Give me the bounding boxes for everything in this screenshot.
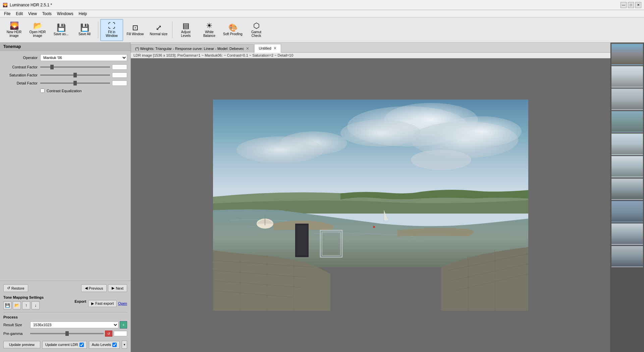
settings-extra-1[interactable]: ↑ [22, 301, 30, 309]
maximize-button[interactable]: □ [628, 2, 634, 8]
contrast-factor-value[interactable]: 0.10 [112, 64, 127, 70]
right-panel [610, 43, 644, 352]
pre-gamma-row: Pre-gamma ↺ 1.00 [3, 331, 127, 337]
thumbnail-4[interactable] [611, 111, 643, 132]
contrast-equalization-checkbox[interactable] [40, 89, 45, 93]
auto-levels-checkbox[interactable] [112, 343, 117, 347]
restore-prev-next-row: ↺ Restore ◀ Previous ▶ Next [3, 284, 127, 292]
left-panel: Tonemap Operator Mantiuk '06 Contrast Fa… [0, 43, 131, 352]
menu-edit[interactable]: Edit [13, 11, 25, 17]
normal-size-button[interactable]: ⤢ Normal size [147, 19, 170, 41]
thumbnail-6[interactable] [611, 156, 643, 177]
operator-select[interactable]: Mantiuk '06 [40, 54, 127, 61]
soft-proofing-icon: 🎨 [228, 24, 237, 32]
thumb-inner-6 [612, 156, 642, 177]
gamut-check-label: Gamut Check [247, 30, 266, 38]
tab-untitled[interactable]: Untitled ✕ [254, 44, 281, 53]
saturation-factor-label: Saturation Factor [3, 73, 40, 77]
app-title: Luminance HDR 2.5.1 * [10, 3, 52, 7]
options-dropdown-button[interactable]: ▼ [122, 341, 127, 349]
update-current-ldr-button[interactable]: Update current LDR [42, 341, 87, 349]
update-row: Update preview Update current LDR Auto L… [3, 339, 127, 349]
save-all-label: Save All [78, 32, 91, 36]
contrast-equalization-label: Contrast Equalization [47, 89, 82, 93]
thumbnail-1[interactable] [611, 43, 643, 65]
saturation-factor-slider[interactable] [40, 74, 110, 76]
operator-row: Operator Mantiuk '06 [3, 54, 127, 61]
detail-factor-slider[interactable] [40, 82, 110, 84]
auto-levels-button[interactable]: Auto Levels [89, 341, 120, 349]
load-settings-button[interactable]: 📂 [13, 301, 21, 309]
thumbnail-9[interactable] [611, 223, 643, 245]
result-size-row: Result Size 1536x1023 + [3, 321, 127, 329]
adjust-levels-button[interactable]: ▤ Adjust Levels [174, 19, 197, 41]
detail-factor-label: Detail Factor [3, 81, 40, 85]
menu-view[interactable]: View [25, 11, 40, 17]
save-as-icon: 💾 [57, 24, 66, 32]
thumbnail-5[interactable] [611, 133, 643, 155]
menu-windows[interactable]: Windows [54, 11, 76, 17]
update-preview-button[interactable]: Update preview [3, 341, 40, 348]
thumb-inner-3 [612, 89, 642, 109]
saturation-factor-value[interactable]: 2.00 [112, 72, 127, 78]
next-icon: ▶ [112, 286, 114, 290]
pre-gamma-value[interactable]: 1.00 [114, 331, 127, 336]
pre-gamma-undo-button[interactable]: ↺ [105, 331, 112, 337]
image-area[interactable] [131, 58, 610, 352]
main-image-display [213, 100, 528, 311]
menu-file[interactable]: File [1, 11, 13, 17]
detail-factor-value[interactable]: 10.0 [112, 80, 127, 86]
settings-extra-2[interactable]: ↓ [32, 301, 40, 309]
next-button[interactable]: ▶ Next [108, 284, 127, 292]
fast-export-button[interactable]: ▶ Fast export [88, 300, 117, 307]
update-current-ldr-checkbox[interactable] [79, 343, 84, 347]
tonemap-label: Tonemap [3, 44, 21, 49]
result-size-select[interactable]: 1536x1023 [30, 321, 118, 328]
save-all-icon: 💾 [80, 24, 89, 32]
contrast-factor-slider[interactable] [40, 66, 110, 68]
previous-button[interactable]: ◀ Previous [81, 284, 107, 292]
tonemap-header: Tonemap [0, 43, 130, 51]
tab-untitled-close[interactable]: ✕ [273, 46, 277, 51]
update-preview-label: Update preview [9, 343, 35, 347]
settings-buttons: 💾 📂 ↑ ↓ [3, 301, 44, 309]
restore-button[interactable]: ↺ Restore [3, 284, 28, 292]
operator-label: Operator [3, 56, 40, 60]
white-balance-button[interactable]: ☀ White Balance [198, 19, 221, 41]
open-link[interactable]: Open [118, 301, 127, 305]
new-hdr-button[interactable]: 🌄 New HDR image [3, 19, 25, 41]
save-settings-button[interactable]: 💾 [3, 301, 11, 309]
minimize-button[interactable]: — [621, 2, 627, 8]
gamut-check-button[interactable]: ⬡ Gamut Check [245, 19, 268, 41]
tab-weights-close[interactable]: ✕ [246, 46, 249, 51]
restore-label: Restore [11, 286, 24, 290]
pre-gamma-slider[interactable] [30, 333, 104, 334]
soft-proofing-button[interactable]: 🎨 Soft Proofing [221, 19, 244, 41]
thumbnail-7[interactable] [611, 178, 643, 200]
fit-in-window-button[interactable]: ⛶ Fit in Window [100, 19, 123, 41]
export-section: Export ▶ Fast export Open [74, 298, 127, 307]
result-size-reset-button[interactable]: + [120, 321, 127, 329]
tone-mapping-settings-section: Tone Mapping Settings 💾 📂 ↑ ↓ [3, 295, 44, 309]
menu-tools[interactable]: Tools [40, 11, 54, 17]
fit-in-window-icon: ⛶ [108, 22, 115, 30]
white-balance-label: White Balance [200, 30, 219, 38]
contrast-factor-row: Contrast Factor 0.10 [3, 64, 127, 70]
svg-point-5 [441, 116, 522, 146]
thumb-inner-4 [612, 111, 642, 132]
thumbnail-2[interactable] [611, 66, 643, 87]
thumbnail-8[interactable] [611, 200, 643, 222]
open-hdr-label: Open HDR image [28, 30, 47, 38]
fill-window-button[interactable]: ⊡ Fill Window [124, 19, 147, 41]
thumbnail-10[interactable] [611, 245, 643, 267]
tab-weights[interactable]: (*) Weights: Triangular - Response curve… [131, 44, 254, 53]
open-hdr-button[interactable]: 📂 Open HDR image [26, 19, 49, 41]
menu-help[interactable]: Help [76, 11, 90, 17]
thumb-inner-9 [612, 224, 642, 244]
save-all-button[interactable]: 💾 Save All [73, 19, 96, 41]
close-button[interactable]: ✕ [635, 2, 641, 8]
thumbnail-3[interactable] [611, 88, 643, 110]
pre-gamma-label: Pre-gamma [3, 332, 30, 336]
save-as-button[interactable]: 💾 Save as... [50, 19, 72, 41]
settings-export-row: Tone Mapping Settings 💾 📂 ↑ ↓ Export ▶ F… [3, 295, 127, 309]
